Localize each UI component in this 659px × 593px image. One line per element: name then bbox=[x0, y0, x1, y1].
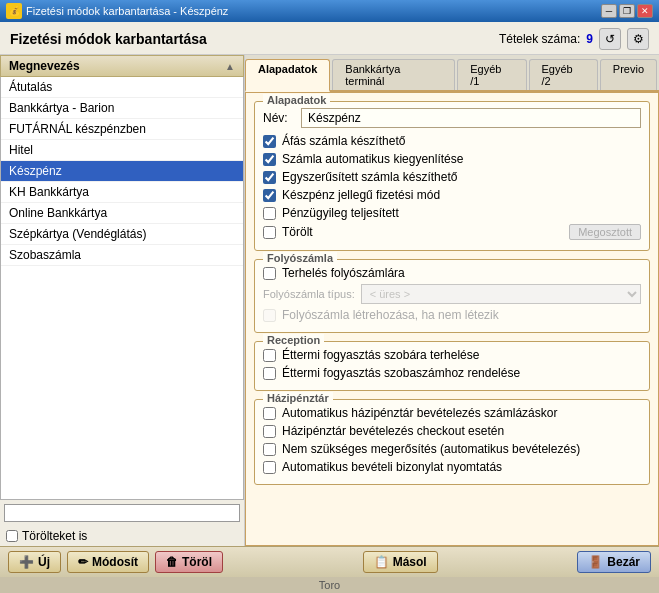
torol-button[interactable]: 🗑 Töröl bbox=[155, 551, 223, 573]
ettermi-szobaszam-checkbox[interactable] bbox=[263, 367, 276, 380]
auto-bizonylat-checkbox[interactable] bbox=[263, 461, 276, 474]
restore-button[interactable]: ❐ bbox=[619, 4, 635, 18]
name-input[interactable] bbox=[301, 108, 641, 128]
tab-egyeb-2[interactable]: Egyéb /2 bbox=[529, 59, 598, 90]
terheles-checkbox[interactable] bbox=[263, 267, 276, 280]
list-item[interactable]: FUTÁRNÁL készpénzben bbox=[1, 119, 243, 140]
folyoszamla-letrehozas-checkbox bbox=[263, 309, 276, 322]
hazipenztar-checkout-label[interactable]: Házipénztár bevételezés checkout esetén bbox=[282, 424, 504, 438]
modosit-button[interactable]: ✏ Módosít bbox=[67, 551, 149, 573]
tab-alapadatok[interactable]: Alapadatok bbox=[245, 59, 330, 92]
list-item[interactable]: Szobaszámla bbox=[1, 245, 243, 266]
reception-legend: Reception bbox=[263, 334, 324, 346]
plus-icon: ➕ bbox=[19, 555, 34, 569]
list-items[interactable]: Átutalás Bankkártya - Barion FUTÁRNÁL ké… bbox=[0, 77, 244, 500]
header-right: Tételek száma: 9 ↺ ⚙ bbox=[499, 28, 649, 50]
torolt-checkbox[interactable] bbox=[263, 226, 276, 239]
settings-button[interactable]: ⚙ bbox=[627, 28, 649, 50]
folyoszamla-letrehozas-row: Folyószámla létrehozása, ha nem létezik bbox=[263, 308, 641, 322]
auto-hazipenztar-label[interactable]: Automatikus házipénztár bevételezés szám… bbox=[282, 406, 557, 420]
nem-szukseges-label[interactable]: Nem szükséges megerősítés (automatikus b… bbox=[282, 442, 580, 456]
content-area: Megnevezés ▲ Átutalás Bankkártya - Bario… bbox=[0, 55, 659, 546]
ettermi-szobaszam-label[interactable]: Éttermi fogyasztás szobaszámhoz rendelés… bbox=[282, 366, 520, 380]
window-title: Fizetési módok karbantartása bbox=[10, 31, 207, 47]
tab-egyeb-1[interactable]: Egyéb /1 bbox=[457, 59, 526, 90]
trash-icon: 🗑 bbox=[166, 555, 178, 569]
list-header-label: Megnevezés bbox=[9, 59, 80, 73]
minimize-button[interactable]: ─ bbox=[601, 4, 617, 18]
hazipenztar-legend: Házipénztár bbox=[263, 392, 333, 404]
szamla-auto-label[interactable]: Számla automatikus kiegyenlítése bbox=[282, 152, 463, 166]
list-item[interactable]: KH Bankkártya bbox=[1, 182, 243, 203]
window-controls: ─ ❐ ✕ bbox=[601, 4, 653, 18]
list-item[interactable]: Átutalás bbox=[1, 77, 243, 98]
szamla-auto-row: Számla automatikus kiegyenlítése bbox=[263, 152, 641, 166]
tabs-bar: Alapadatok Bankkártya terminál Egyéb /1 … bbox=[245, 55, 659, 92]
alapadatok-group: Alapadatok Név: Áfás számla készíthető S… bbox=[254, 101, 650, 251]
megosztott-button: Megosztott bbox=[569, 224, 641, 240]
hazipenztar-checkout-row: Házipénztár bevételezés checkout esetén bbox=[263, 424, 641, 438]
list-item[interactable]: Szépkártya (Vendéglátás) bbox=[1, 224, 243, 245]
tab-previo[interactable]: Previo bbox=[600, 59, 657, 90]
nem-szukseges-row: Nem szükséges megerősítés (automatikus b… bbox=[263, 442, 641, 456]
close-button[interactable]: ✕ bbox=[637, 4, 653, 18]
toroltek-checkbox[interactable] bbox=[6, 530, 18, 542]
list-item[interactable]: Hitel bbox=[1, 140, 243, 161]
torol-label: Töröl bbox=[182, 555, 212, 569]
bottom-toolbar: ➕ Új ✏ Módosít 🗑 Töröl 📋 Másol 🚪 Bezár bbox=[0, 546, 659, 577]
right-panel: Alapadatok Bankkártya terminál Egyéb /1 … bbox=[245, 55, 659, 546]
egyszerusitett-label[interactable]: Egyszerűsített számla készíthető bbox=[282, 170, 457, 184]
footer: Toro bbox=[0, 577, 659, 593]
form-content: Alapadatok Név: Áfás számla készíthető S… bbox=[245, 92, 659, 546]
list-item-selected[interactable]: Készpénz bbox=[1, 161, 243, 182]
penzugyileg-row: Pénzügyileg teljesített bbox=[263, 206, 641, 220]
penzugyileg-checkbox[interactable] bbox=[263, 207, 276, 220]
auto-bizonylat-label[interactable]: Automatikus bevételi bizonylat nyomtatás bbox=[282, 460, 502, 474]
bezar-button[interactable]: 🚪 Bezár bbox=[577, 551, 651, 573]
folyoszamla-tipus-select[interactable]: < üres > bbox=[361, 284, 641, 304]
nem-szukseges-checkbox[interactable] bbox=[263, 443, 276, 456]
list-item[interactable]: Online Bankkártya bbox=[1, 203, 243, 224]
ettermi-szobaszam-row: Éttermi fogyasztás szobaszámhoz rendelés… bbox=[263, 366, 641, 380]
door-icon: 🚪 bbox=[588, 555, 603, 569]
afas-szamla-label[interactable]: Áfás számla készíthető bbox=[282, 134, 405, 148]
ettermi-szobara-row: Éttermi fogyasztás szobára terhelése bbox=[263, 348, 641, 362]
title-bar-text: Fizetési módok karbantartása - Készpénz bbox=[26, 5, 228, 17]
alapadatok-legend: Alapadatok bbox=[263, 94, 330, 106]
terheles-label[interactable]: Terhelés folyószámlára bbox=[282, 266, 405, 280]
afas-szamla-checkbox[interactable] bbox=[263, 135, 276, 148]
auto-hazipenztar-checkbox[interactable] bbox=[263, 407, 276, 420]
terheles-row: Terhelés folyószámlára bbox=[263, 266, 641, 280]
search-input[interactable] bbox=[4, 504, 240, 522]
keszpenz-jellegu-checkbox[interactable] bbox=[263, 189, 276, 202]
list-item[interactable]: Bankkártya - Barion bbox=[1, 98, 243, 119]
toroltek-label[interactable]: Törölteket is bbox=[22, 529, 87, 543]
keszpenz-jellegu-label[interactable]: Készpénz jellegű fizetési mód bbox=[282, 188, 440, 202]
list-header: Megnevezés ▲ bbox=[0, 55, 244, 77]
edit-icon: ✏ bbox=[78, 555, 88, 569]
uj-button[interactable]: ➕ Új bbox=[8, 551, 61, 573]
egyszerusitett-row: Egyszerűsített számla készíthető bbox=[263, 170, 641, 184]
torolt-label[interactable]: Törölt bbox=[282, 225, 313, 239]
tab-bankkartya-terminal[interactable]: Bankkártya terminál bbox=[332, 59, 455, 90]
hazipenztar-group: Házipénztár Automatikus házipénztár bevé… bbox=[254, 399, 650, 485]
auto-hazipenztar-row: Automatikus házipénztár bevételezés szám… bbox=[263, 406, 641, 420]
main-window: Fizetési módok karbantartása Tételek szá… bbox=[0, 22, 659, 593]
ettermi-szobara-checkbox[interactable] bbox=[263, 349, 276, 362]
tetelek-label: Tételek száma: bbox=[499, 32, 580, 46]
folyoszamla-group: Folyószámla Terhelés folyószámlára Folyó… bbox=[254, 259, 650, 333]
torolt-row: Törölt Megosztott bbox=[263, 224, 641, 240]
list-sort-icon: ▲ bbox=[225, 61, 235, 72]
egyszerusitett-checkbox[interactable] bbox=[263, 171, 276, 184]
masol-label: Másol bbox=[393, 555, 427, 569]
szamla-auto-checkbox[interactable] bbox=[263, 153, 276, 166]
hazipenztar-checkout-checkbox[interactable] bbox=[263, 425, 276, 438]
app-icon: 💰 bbox=[6, 3, 22, 19]
penzugyileg-label[interactable]: Pénzügyileg teljesített bbox=[282, 206, 399, 220]
refresh-button[interactable]: ↺ bbox=[599, 28, 621, 50]
masol-button[interactable]: 📋 Másol bbox=[363, 551, 438, 573]
folyoszamla-letrehozas-label: Folyószámla létrehozása, ha nem létezik bbox=[282, 308, 499, 322]
copy-icon: 📋 bbox=[374, 555, 389, 569]
afas-szamla-row: Áfás számla készíthető bbox=[263, 134, 641, 148]
ettermi-szobara-label[interactable]: Éttermi fogyasztás szobára terhelése bbox=[282, 348, 479, 362]
